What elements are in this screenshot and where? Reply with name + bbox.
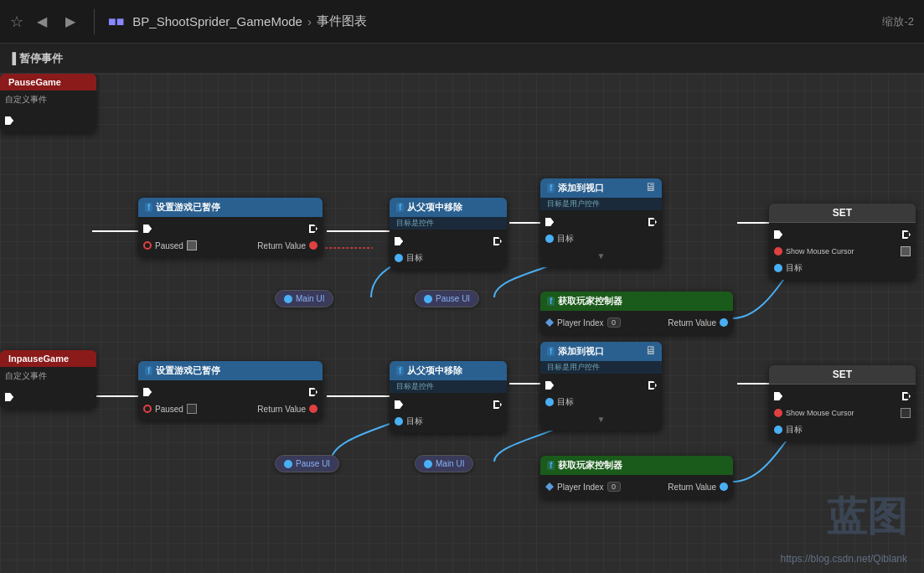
blueprint-icon: ■■ — [108, 14, 124, 29]
set-game-paused-1-body: Paused Return Value — [138, 217, 323, 257]
target-pin — [395, 254, 403, 262]
unpause-exec-out — [0, 389, 96, 405]
exec-in — [545, 218, 554, 226]
monitor-icon-1: 🖥 — [645, 180, 657, 194]
target-pin — [395, 417, 403, 426]
obj-pin — [284, 460, 292, 468]
section-title: ▐ 暂停事件 — [8, 51, 63, 66]
monitor-icon-2: 🖥 — [645, 343, 657, 357]
return-pin — [309, 241, 317, 250]
exec-in — [545, 381, 554, 390]
set-game-paused-2-header: f 设置游戏已暂停 — [138, 361, 323, 380]
add-to-viewport-1[interactable]: 🖥 f 添加到视口 目标是用户控件 目标 ▼ — [540, 178, 662, 267]
set-1-header: SET — [769, 204, 916, 223]
get-player-controller-1[interactable]: f 获取玩家控制器 Player Index 0 Return Value — [540, 292, 733, 334]
paused-pin — [143, 405, 152, 413]
pause-game-header: PauseGame — [0, 74, 96, 90]
watermark: 蓝图 — [827, 495, 907, 539]
exec-out — [309, 225, 317, 233]
exec-out — [493, 237, 502, 245]
add-to-viewport-2-header: f 添加到视口 — [540, 342, 662, 361]
return-pin — [720, 318, 728, 327]
obj-pin — [424, 295, 432, 303]
pause-ui-connector-2[interactable]: Pause UI — [275, 455, 339, 472]
unpause-game-header: InpauseGame — [0, 350, 96, 367]
main-ui-connector-2[interactable]: Main UI — [415, 455, 473, 472]
connections-svg — [0, 74, 924, 573]
set-game-paused-2[interactable]: f 设置游戏已暂停 Paused Return Value — [138, 361, 323, 421]
exec-in — [774, 392, 782, 400]
exec-pin — [5, 116, 13, 125]
get-player-controller-2-header: f 获取玩家控制器 — [540, 456, 733, 475]
breadcrumb-section: 事件图表 — [317, 13, 367, 29]
obj-pin — [284, 295, 292, 303]
exec-out — [648, 381, 657, 390]
exec-in — [395, 400, 403, 409]
show-mouse-checkbox[interactable] — [901, 408, 911, 418]
back-button[interactable]: ◀ — [32, 10, 52, 33]
paused-checkbox[interactable] — [187, 240, 197, 250]
pause-game-body: 自定义事件 — [0, 90, 96, 109]
exec-out — [309, 388, 317, 396]
get-player-controller-2[interactable]: f 获取玩家控制器 Player Index 0 Return Value — [540, 456, 733, 498]
get-player-controller-1-header: f 获取玩家控制器 — [540, 292, 733, 311]
remove-from-parent-2-header: f 从父项中移除 — [390, 361, 507, 380]
section-header: ▐ 暂停事件 — [0, 44, 924, 74]
unpause-game-body: 自定义事件 — [0, 367, 96, 385]
player-index-pin — [545, 318, 554, 327]
show-mouse-pin — [774, 247, 782, 256]
exec-in — [774, 230, 782, 239]
set-1[interactable]: SET Show Mouse Cursor 目标 — [769, 204, 916, 280]
blueprint-canvas[interactable]: PauseGame 自定义事件 f 设置游戏已暂停 Paused — [0, 74, 924, 573]
player-index-pin — [545, 483, 554, 491]
breadcrumb: BP_ShootSprider_GameMode › 事件图表 — [132, 13, 367, 29]
pause-exec-out — [0, 112, 96, 129]
exec-out — [493, 400, 502, 409]
show-mouse-checkbox[interactable] — [901, 246, 911, 256]
set-game-paused-1[interactable]: f 设置游戏已暂停 Paused Return Value — [138, 198, 323, 257]
remove-from-parent-1[interactable]: f 从父项中移除 目标是控件 目标 — [390, 198, 507, 270]
exec-out — [902, 392, 911, 400]
set-game-paused-2-body: Paused Return Value — [138, 380, 323, 421]
return-pin — [720, 483, 728, 491]
breadcrumb-sep: › — [307, 14, 312, 28]
return-pin — [309, 405, 317, 413]
add-to-viewport-1-header: f 添加到视口 — [540, 178, 662, 198]
exec-in — [395, 237, 403, 245]
exec-pin — [5, 393, 13, 401]
forward-button[interactable]: ▶ — [60, 10, 80, 33]
zoom-label: 缩放-2 — [882, 14, 914, 29]
set-2-header: SET — [769, 365, 916, 385]
pause-ui-connector-1[interactable]: Pause UI — [415, 290, 479, 307]
remove-from-parent-1-header: f 从父项中移除 — [390, 198, 507, 217]
main-ui-connector-1[interactable]: Main UI — [275, 290, 333, 307]
star-button[interactable]: ☆ — [10, 13, 23, 31]
paused-checkbox[interactable] — [187, 404, 197, 414]
target-pin — [545, 235, 554, 243]
show-mouse-pin — [774, 409, 782, 417]
player-index-val: 0 — [607, 317, 621, 328]
exec-out — [648, 218, 657, 226]
target-pin — [774, 426, 782, 434]
player-index-val: 0 — [607, 482, 621, 492]
pause-game-event[interactable]: PauseGame 自定义事件 — [0, 74, 96, 132]
set-2[interactable]: SET Show Mouse Cursor 目标 — [769, 365, 916, 441]
remove-from-parent-2[interactable]: f 从父项中移除 目标是控件 目标 — [390, 361, 507, 433]
add-to-viewport-2[interactable]: 🖥 f 添加到视口 目标是用户控件 目标 ▼ — [540, 342, 662, 431]
topbar: ☆ ◀ ▶ ■■ BP_ShootSprider_GameMode › 事件图表… — [0, 0, 924, 44]
set-game-paused-1-header: f 设置游戏已暂停 — [138, 198, 323, 217]
target-pin — [545, 398, 554, 406]
unpause-game-event[interactable]: InpauseGame 自定义事件 — [0, 350, 96, 409]
topbar-divider — [94, 9, 95, 34]
exec-out — [902, 230, 911, 239]
paused-pin — [143, 241, 152, 250]
breadcrumb-path[interactable]: BP_ShootSprider_GameMode — [132, 14, 302, 28]
watermark-url: https://blog.csdn.net/Qiblank — [781, 553, 907, 565]
target-pin — [774, 264, 782, 272]
exec-in — [143, 388, 152, 396]
exec-in — [143, 225, 152, 233]
obj-pin — [424, 460, 432, 468]
